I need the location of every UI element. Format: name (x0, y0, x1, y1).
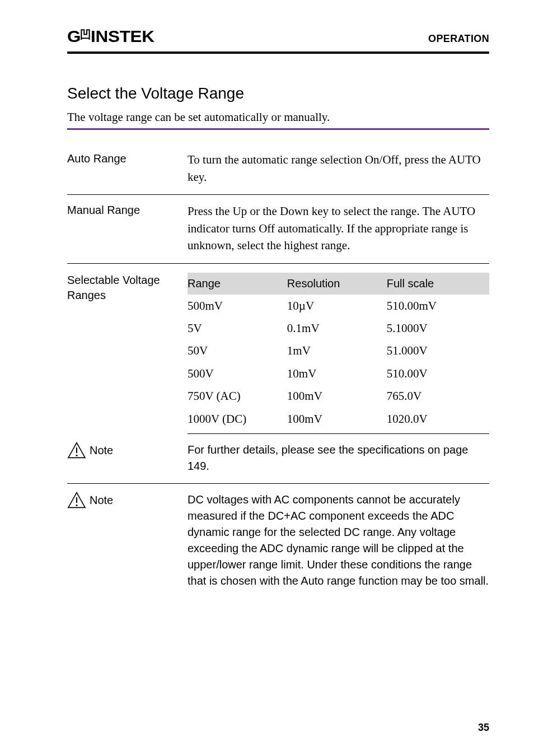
row-manual-range: Manual Range Press the Up or the Down ke… (67, 195, 489, 263)
cell-range: 500V (188, 362, 287, 385)
cell-resolution: 10µV (287, 295, 387, 317)
cell-fullscale: 765.0V (387, 385, 489, 407)
table-row: 500mV10µV510.00mV (188, 295, 489, 317)
brand-logo: G凹INSTEK (67, 28, 154, 45)
svg-point-5 (76, 505, 78, 506)
table-row: 750V (AC)100mV765.0V (188, 385, 489, 407)
table-row: 500V10mV510.00V (188, 362, 489, 385)
section-name: OPERATION (428, 33, 489, 45)
accent-rule (67, 128, 489, 130)
table-row: 5V0.1mV5.1000V (188, 317, 489, 339)
content: Select the Voltage Range The voltage ran… (67, 54, 489, 598)
row-auto-range: Auto Range To turn the automatic range s… (67, 143, 489, 195)
cell-fullscale: 51.000V (387, 339, 489, 362)
row-note-1: Note For further details, please see the… (67, 434, 489, 484)
brand-left: G (67, 28, 81, 45)
th-resolution: Resolution (287, 273, 387, 295)
note-2-label: Note (90, 493, 113, 508)
page: G凹INSTEK OPERATION Select the Voltage Ra… (0, 0, 534, 756)
cell-range: 1000V (DC) (188, 408, 287, 430)
text-auto-range: To turn the automatic range selection On… (188, 151, 489, 185)
label-selectable-ranges: Selectable Voltage Ranges (67, 273, 188, 435)
table-header-row: Range Resolution Full scale (188, 273, 489, 295)
label-auto-range: Auto Range (67, 151, 188, 185)
cell-range: 5V (188, 317, 287, 339)
label-note-2: Note (67, 492, 188, 589)
ranges-table: Range Resolution Full scale 500mV10µV510… (188, 273, 489, 435)
intro-text: The voltage range can be set automatical… (67, 109, 489, 125)
row-selectable-ranges: Selectable Voltage Ranges Range Resoluti… (67, 264, 489, 435)
cell-range: 500mV (188, 295, 287, 317)
cell-fullscale: 5.1000V (387, 317, 489, 339)
svg-point-2 (76, 455, 78, 456)
cell-resolution: 0.1mV (287, 317, 387, 339)
cell-resolution: 100mV (287, 408, 387, 430)
text-note-1: For further details, please see the spec… (188, 442, 489, 474)
table-row: 1000V (DC)100mV1020.0V (188, 408, 489, 434)
cell-fullscale: 510.00mV (387, 295, 489, 317)
note-1-label: Note (90, 443, 113, 458)
cell-fullscale: 510.00V (387, 362, 489, 385)
brand-glyph: 凹 (79, 31, 91, 39)
row-note-2: Note DC voltages with AC components cann… (67, 484, 489, 598)
cell-fullscale: 1020.0V (387, 408, 489, 430)
label-note-1: Note (67, 442, 188, 474)
warning-icon (67, 442, 86, 459)
th-range: Range (188, 273, 287, 295)
header-bar: G凹INSTEK OPERATION (67, 28, 489, 54)
th-fullscale: Full scale (387, 273, 489, 295)
cell-resolution: 100mV (287, 385, 387, 407)
cell-resolution: 1mV (287, 339, 387, 362)
ranges-table-wrap: Range Resolution Full scale 500mV10µV510… (188, 273, 489, 435)
text-note-2: DC voltages with AC components cannot be… (188, 492, 489, 589)
cell-range: 50V (188, 339, 287, 362)
text-manual-range: Press the Up or the Down key to select t… (188, 203, 489, 254)
label-manual-range: Manual Range (67, 203, 188, 254)
page-title: Select the Voltage Range (67, 85, 489, 102)
cell-resolution: 10mV (287, 362, 387, 385)
table-row: 50V1mV51.000V (188, 339, 489, 362)
cell-range: 750V (AC) (188, 385, 287, 407)
page-number: 35 (478, 722, 489, 734)
brand-right: INSTEK (91, 28, 154, 45)
warning-icon (67, 492, 86, 508)
